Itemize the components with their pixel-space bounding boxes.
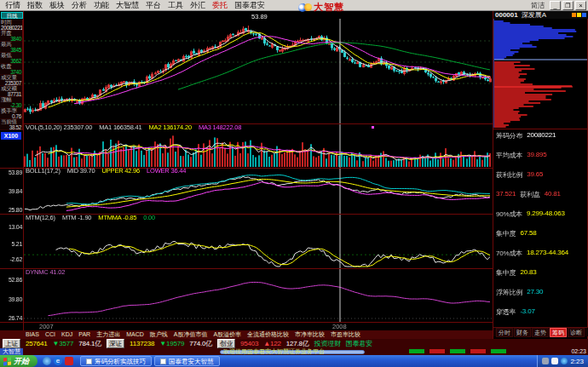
index-item-784.1亿: 784.1亿 <box>78 339 101 348</box>
index-item-创业[interactable]: 创业 <box>217 339 235 348</box>
header-segment: MA1 166358.41 <box>99 124 141 131</box>
index-item-投资理财[interactable]: 投资理财 <box>314 339 341 348</box>
desktop-icon[interactable] <box>43 357 51 365</box>
header-segment: UPPER 42.96 <box>102 168 141 175</box>
prev-stock-icon[interactable] <box>572 13 576 17</box>
task-window-icon <box>86 358 92 364</box>
menu-item-平台[interactable]: 平台 <box>142 0 164 10</box>
index-item-▼19579: ▼19579 <box>159 340 184 347</box>
chip-row-穿透率: 穿透率-3.07 <box>496 307 535 317</box>
chip-row-平均成本: 平均成本39.895 <box>496 151 546 160</box>
indicator-tab-市净率比较[interactable]: 市净率比较 <box>295 330 325 339</box>
app-tab[interactable]: 大智慧 <box>0 348 23 355</box>
header-segment: LOWER 36.44 <box>147 168 186 175</box>
chip-row-label: 获利比例 <box>496 170 522 180</box>
menu-item-行情[interactable]: 行情 <box>2 0 24 10</box>
ie-icon[interactable]: e <box>54 357 62 365</box>
task-button-国泰君安大智慧[interactable]: 国泰君安大智慧 <box>154 356 220 366</box>
quick-launch: e <box>43 357 73 365</box>
header-segment: 0.00 <box>143 215 155 221</box>
indicator-tab-市盈率比较[interactable]: 市盈率比较 <box>331 330 360 339</box>
menu-item-分析[interactable]: 分析 <box>68 0 90 10</box>
tray-messenger-icon[interactable] <box>551 358 558 364</box>
axis-tick-label: 13.04 <box>0 224 22 230</box>
index-item-深证[interactable]: 深证 <box>107 339 124 348</box>
axis-tick-label: 53.89 <box>0 169 22 175</box>
restore-button[interactable]: ❐ <box>562 1 574 10</box>
menu-item-功能[interactable]: 功能 <box>90 0 112 10</box>
header-segment: MA3 148222.08 <box>199 124 241 131</box>
chip-row-value: -3.07 <box>520 307 534 317</box>
indicator-tab-KDJ[interactable]: KDJ <box>61 330 72 339</box>
header-segment: DYNMC 41.02 <box>26 269 65 276</box>
menu-item-大智慧[interactable]: 大智慧 <box>112 0 142 10</box>
menu-item-工具[interactable]: 工具 <box>164 0 187 10</box>
task-button-筹码分析实战技巧[interactable]: 筹码分析实战技巧 <box>80 356 152 366</box>
favorite-icon[interactable] <box>577 13 581 17</box>
menu-item-指数[interactable]: 指数 <box>24 0 46 10</box>
chip-row-label: 筹码分布 <box>496 131 522 140</box>
header-segment: VOL(5,10,20) 235307.00 <box>26 124 92 131</box>
system-tray: 2:23 <box>537 355 588 367</box>
index-item-95403: 95403 <box>240 340 258 347</box>
menu-item-国泰君安[interactable]: 国泰君安 <box>231 0 268 10</box>
stock-name[interactable]: 深发展A <box>522 10 546 20</box>
chip-distribution-panel: 筹码分布20080221平均成本39.895获利比例39.6537.521获利盘… <box>494 129 588 325</box>
chip-row-value: 39.65 <box>527 170 543 180</box>
right-tab-走势[interactable]: 走势 <box>532 328 549 337</box>
index-item-上证[interactable]: 上证 <box>3 339 20 348</box>
task-window-icon <box>160 358 166 364</box>
volume-multiplier-badge[interactable]: X100 <box>1 132 21 140</box>
kline-high-annotation: 53.89 <box>251 13 268 20</box>
indicator-tab-MACD[interactable]: MACD <box>126 330 144 339</box>
logo-swirl-icon <box>304 3 312 11</box>
chip-row-pre-value: 37.521 <box>496 190 516 199</box>
indicator-tab-PAR[interactable]: PAR <box>78 330 90 339</box>
indicator-tab-BIAS[interactable]: BIAS <box>26 330 39 339</box>
tray-device-icon[interactable] <box>542 358 549 364</box>
menubar-right: 简洁 _ ❐ × <box>531 1 586 10</box>
strength-segment <box>450 349 465 353</box>
quote-field-当前值: 当前值38.52 <box>0 119 22 130</box>
dynmc-panel-header: DYNMC 41.02 <box>26 269 65 276</box>
right-tab-诊断[interactable]: 诊断 <box>568 328 585 337</box>
index-item-国泰君安[interactable]: 国泰君安 <box>346 339 372 348</box>
menu-item-板块[interactable]: 板块 <box>46 0 68 10</box>
indicator-tab-CCI[interactable]: CCI <box>45 330 55 339</box>
chip-row-value: 39.895 <box>527 151 546 160</box>
indicator-tab-A股溢价率[interactable]: A股溢价率 <box>213 330 241 339</box>
indicator-tab-散户线[interactable]: 散户线 <box>150 330 168 339</box>
right-tab-分时[interactable]: 分时 <box>496 328 513 337</box>
indicator-tab-bar: BIASCCIKDJPAR主力进出MACD散户线A股净值市值A股溢价率全流通价格… <box>0 330 493 339</box>
start-button[interactable]: 开始 <box>0 355 37 367</box>
stock-code[interactable]: 000001 <box>495 11 518 19</box>
stock-header: 000001 深发展A <box>493 11 588 19</box>
right-panel-tabs: 分时财务走势筹码诊断 <box>493 327 588 336</box>
media-player-icon[interactable] <box>65 357 73 365</box>
tab-daily-kline[interactable]: 日线 <box>1 12 23 19</box>
timeline-year-2007: 2007 <box>39 323 54 330</box>
chip-row-70%成本: 70%成本18.273-44.364 <box>496 249 568 258</box>
stock-nav-icons <box>572 13 586 17</box>
menu-item-委托[interactable]: 委托 <box>209 0 231 10</box>
close-button[interactable]: × <box>575 1 586 10</box>
indicator-tab-全流通价格比较[interactable]: 全流通价格比较 <box>247 330 289 339</box>
header-segment: BOLL1(17,2) <box>26 168 61 175</box>
right-tab-筹码[interactable]: 筹码 <box>550 328 567 337</box>
indicator-tab-A股净值市值[interactable]: A股净值市值 <box>174 330 208 339</box>
tray-network-icon[interactable] <box>561 358 568 364</box>
compact-mode-link[interactable]: 简洁 <box>531 1 545 10</box>
next-stock-icon[interactable] <box>582 13 586 17</box>
menu-item-外汇[interactable]: 外汇 <box>187 0 209 10</box>
quote-field-时间: 时间20080221 <box>0 20 22 31</box>
indicator-tab-主力进出[interactable]: 主力进出 <box>96 330 120 339</box>
chip-row-label: 90%成本 <box>496 209 522 219</box>
header-segment: MTM(12,6) <box>26 215 55 221</box>
index-item-1137238: 1137238 <box>130 340 154 347</box>
quote-field-成交额: 成交额87731 <box>0 86 22 97</box>
minimize-button[interactable]: _ <box>550 1 561 10</box>
index-item-127.8亿: 127.8亿 <box>286 339 309 348</box>
index-item-774.0亿: 774.0亿 <box>189 339 212 348</box>
right-tab-财务[interactable]: 财务 <box>514 328 531 337</box>
strength-segment <box>470 349 486 353</box>
